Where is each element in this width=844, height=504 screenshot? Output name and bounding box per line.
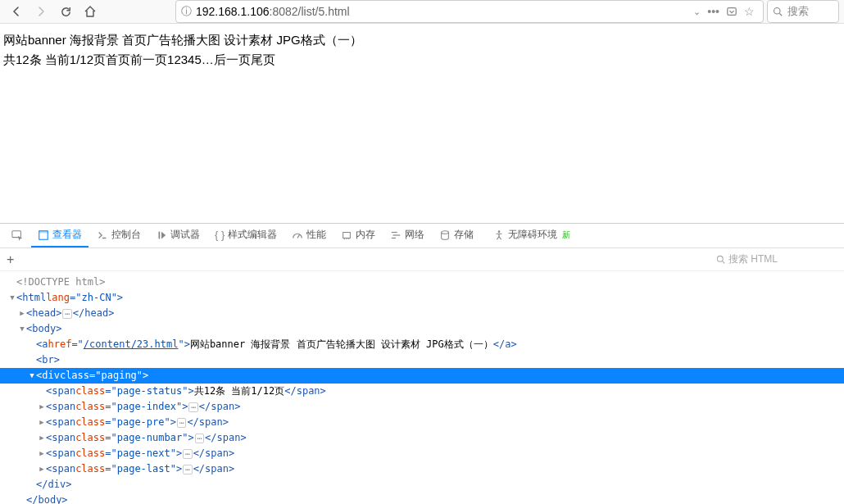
dom-span-next[interactable]: ▶<span class="page-next">⋯</span> <box>8 446 836 461</box>
search-icon <box>768 7 787 16</box>
dom-a[interactable]: <a href="/content/23.html">网站banner 海报背景… <box>8 337 836 352</box>
tab-console[interactable]: 控制台 <box>90 225 147 247</box>
svg-rect-6 <box>159 231 161 238</box>
perf-icon <box>292 229 303 241</box>
dom-span-pre[interactable]: ▶<span class="page-pre">⋯</span> <box>8 415 836 430</box>
a11y-icon <box>493 229 505 241</box>
storage-icon <box>439 229 451 241</box>
svg-rect-5 <box>39 230 48 233</box>
memory-icon <box>341 229 352 241</box>
reload-button[interactable] <box>54 0 77 23</box>
devtools-tabs: 查看器 控制台 调试器 { } 样式编辑器 性能 <box>0 224 844 248</box>
dom-br[interactable]: <br> <box>8 352 836 368</box>
dots-icon[interactable]: ••• <box>707 5 719 18</box>
svg-point-17 <box>717 256 723 261</box>
network-icon <box>390 229 402 241</box>
console-icon <box>97 229 108 241</box>
devtools-picker-button[interactable] <box>5 225 29 247</box>
devtools-panel: 查看器 控制台 调试器 { } 样式编辑器 性能 <box>0 223 844 504</box>
tab-debugger[interactable]: 调试器 <box>149 225 206 247</box>
svg-line-2 <box>779 13 782 16</box>
svg-point-16 <box>498 230 501 233</box>
url-right: ⌄ ••• ☆ <box>685 5 763 18</box>
dom-span-number[interactable]: ▶<span class="page-numbar">⋯</span> <box>8 430 836 446</box>
chevron-down-icon[interactable]: ⌄ <box>693 7 701 17</box>
back-button[interactable] <box>5 0 28 23</box>
tab-inspector[interactable]: 查看器 <box>31 225 88 247</box>
add-button[interactable]: + <box>7 252 14 267</box>
tab-style[interactable]: { } 样式编辑器 <box>208 225 284 247</box>
browser-navbar: ⓘ 192.168.1.106:8082/list/5.html ⌄ ••• ☆… <box>0 0 844 24</box>
style-icon: { } <box>215 229 225 241</box>
svg-line-18 <box>723 261 725 264</box>
url-text: 192.168.1.106:8082/list/5.html <box>196 5 685 18</box>
svg-rect-0 <box>728 8 737 16</box>
search-box[interactable]: 搜索 <box>767 0 839 23</box>
svg-rect-8 <box>343 232 351 238</box>
nav-buttons <box>0 0 107 23</box>
dom-span-last[interactable]: ▶<span class="page-last">⋯</span> <box>8 461 836 477</box>
home-button[interactable] <box>79 0 102 23</box>
dom-html-open[interactable]: ▼<html lang="zh-CN"> <box>8 290 836 306</box>
search-icon <box>716 255 725 264</box>
content-link[interactable]: 网站banner 海报背景 首页广告轮播大图 设计素材 JPG格式（一） <box>3 30 841 50</box>
dom-body-close[interactable]: </body> <box>8 493 836 504</box>
svg-point-15 <box>442 230 449 234</box>
tab-performance[interactable]: 性能 <box>285 225 333 247</box>
devtools-toolbar: + 搜索 HTML <box>0 248 844 271</box>
dom-head[interactable]: ▶<head>⋯</head> <box>8 306 836 321</box>
dom-body-open[interactable]: ▼<body> <box>8 321 836 337</box>
inspector-icon <box>38 229 49 241</box>
page-content: 网站banner 海报背景 首页广告轮播大图 设计素材 JPG格式（一） 共12… <box>0 24 844 223</box>
svg-line-7 <box>297 234 300 238</box>
pocket-icon[interactable] <box>726 6 737 17</box>
html-search-placeholder: 搜索 HTML <box>728 252 778 266</box>
tab-network[interactable]: 网络 <box>383 225 431 247</box>
dom-div-close[interactable]: </div> <box>8 477 836 493</box>
dom-span-index[interactable]: ▶<span class="page-index">⋯</span> <box>8 399 836 415</box>
star-icon[interactable]: ☆ <box>744 5 755 18</box>
url-bar[interactable]: ⓘ 192.168.1.106:8082/list/5.html ⌄ ••• ☆ <box>175 0 764 23</box>
dom-doctype[interactable]: <!DOCTYPE html> <box>8 275 836 290</box>
search-placeholder: 搜索 <box>787 4 809 19</box>
svg-point-1 <box>774 8 781 15</box>
svg-rect-3 <box>12 230 21 237</box>
tab-accessibility[interactable]: 无障碍环境 新 <box>487 225 577 247</box>
dom-span-status[interactable]: <span class="page-status">共12条 当前1/12页</… <box>8 384 836 399</box>
new-badge: 新 <box>562 229 570 241</box>
dom-div-paging[interactable]: ▼<div class="paging"> <box>0 368 844 384</box>
html-search[interactable]: 搜索 HTML <box>716 251 837 269</box>
info-icon[interactable]: ⓘ <box>176 4 196 19</box>
tab-memory[interactable]: 内存 <box>334 225 382 247</box>
debugger-icon <box>156 229 167 241</box>
forward-button[interactable] <box>29 0 52 23</box>
dom-tree[interactable]: <!DOCTYPE html> ▼<html lang="zh-CN"> ▶<h… <box>0 271 844 504</box>
content-paging[interactable]: 共12条 当前1/12页首页前一页12345…后一页尾页 <box>3 50 841 70</box>
tab-storage[interactable]: 存储 <box>433 225 480 247</box>
